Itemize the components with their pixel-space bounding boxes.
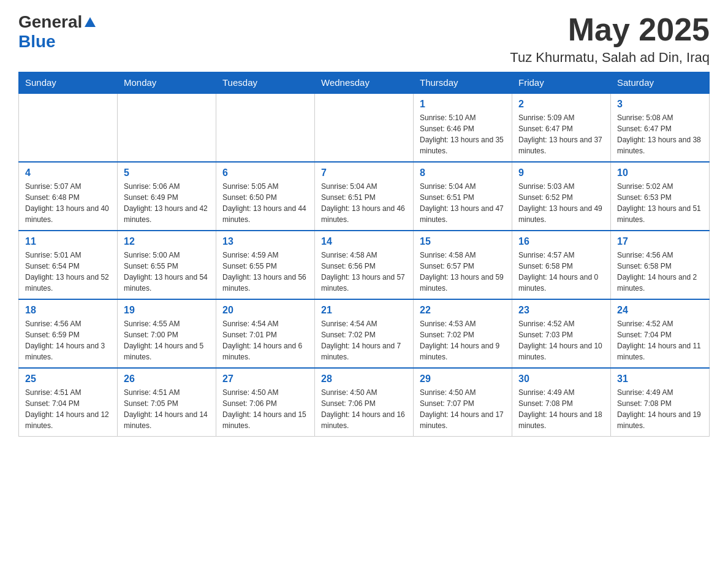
calendar-cell: 3Sunrise: 5:08 AM Sunset: 6:47 PM Daylig… bbox=[611, 93, 710, 162]
calendar-cell: 18Sunrise: 4:56 AM Sunset: 6:59 PM Dayli… bbox=[19, 299, 118, 368]
day-number: 24 bbox=[617, 305, 703, 316]
day-info: Sunrise: 4:51 AM Sunset: 7:04 PM Dayligh… bbox=[25, 387, 111, 431]
day-number: 16 bbox=[518, 236, 604, 247]
day-info: Sunrise: 4:57 AM Sunset: 6:58 PM Dayligh… bbox=[518, 250, 604, 294]
calendar-cell: 21Sunrise: 4:54 AM Sunset: 7:02 PM Dayli… bbox=[315, 299, 414, 368]
calendar-cell: 17Sunrise: 4:56 AM Sunset: 6:58 PM Dayli… bbox=[611, 231, 710, 299]
calendar-cell: 12Sunrise: 5:00 AM Sunset: 6:55 PM Dayli… bbox=[118, 231, 216, 299]
month-title: May 2025 bbox=[510, 12, 710, 47]
column-header-wednesday: Wednesday bbox=[315, 72, 414, 94]
title-block: May 2025 Tuz Khurmatu, Salah ad Din, Ira… bbox=[510, 12, 710, 66]
day-info: Sunrise: 4:58 AM Sunset: 6:57 PM Dayligh… bbox=[420, 250, 506, 294]
day-info: Sunrise: 4:52 AM Sunset: 7:03 PM Dayligh… bbox=[518, 318, 604, 362]
logo-triangle-icon bbox=[83, 16, 97, 29]
day-number: 21 bbox=[321, 305, 407, 316]
calendar-week-row: 11Sunrise: 5:01 AM Sunset: 6:54 PM Dayli… bbox=[19, 231, 710, 299]
day-info: Sunrise: 4:52 AM Sunset: 7:04 PM Dayligh… bbox=[617, 318, 703, 362]
calendar-cell: 26Sunrise: 4:51 AM Sunset: 7:05 PM Dayli… bbox=[118, 368, 216, 437]
day-number: 13 bbox=[222, 236, 308, 247]
day-info: Sunrise: 5:03 AM Sunset: 6:52 PM Dayligh… bbox=[518, 181, 604, 225]
calendar-cell: 8Sunrise: 5:04 AM Sunset: 6:51 PM Daylig… bbox=[414, 162, 512, 231]
day-info: Sunrise: 5:00 AM Sunset: 6:55 PM Dayligh… bbox=[124, 250, 210, 294]
calendar-cell: 16Sunrise: 4:57 AM Sunset: 6:58 PM Dayli… bbox=[512, 231, 611, 299]
calendar-cell: 2Sunrise: 5:09 AM Sunset: 6:47 PM Daylig… bbox=[512, 93, 611, 162]
calendar-cell: 22Sunrise: 4:53 AM Sunset: 7:02 PM Dayli… bbox=[414, 299, 512, 368]
calendar-cell: 28Sunrise: 4:50 AM Sunset: 7:06 PM Dayli… bbox=[315, 368, 414, 437]
day-info: Sunrise: 5:02 AM Sunset: 6:53 PM Dayligh… bbox=[617, 181, 703, 225]
calendar-cell: 11Sunrise: 5:01 AM Sunset: 6:54 PM Dayli… bbox=[19, 231, 118, 299]
day-info: Sunrise: 4:50 AM Sunset: 7:06 PM Dayligh… bbox=[222, 387, 308, 431]
day-number: 9 bbox=[518, 167, 604, 178]
location-title: Tuz Khurmatu, Salah ad Din, Iraq bbox=[510, 50, 710, 66]
day-info: Sunrise: 5:01 AM Sunset: 6:54 PM Dayligh… bbox=[25, 250, 111, 294]
calendar-cell bbox=[216, 93, 315, 162]
day-info: Sunrise: 4:50 AM Sunset: 7:07 PM Dayligh… bbox=[420, 387, 506, 431]
day-info: Sunrise: 5:06 AM Sunset: 6:49 PM Dayligh… bbox=[124, 181, 210, 225]
day-number: 23 bbox=[518, 305, 604, 316]
calendar-cell bbox=[315, 93, 414, 162]
day-info: Sunrise: 4:54 AM Sunset: 7:01 PM Dayligh… bbox=[222, 318, 308, 362]
day-number: 19 bbox=[124, 305, 210, 316]
day-number: 1 bbox=[420, 99, 506, 110]
day-number: 22 bbox=[420, 305, 506, 316]
column-header-saturday: Saturday bbox=[611, 72, 710, 94]
day-number: 3 bbox=[617, 99, 703, 110]
calendar-cell: 5Sunrise: 5:06 AM Sunset: 6:49 PM Daylig… bbox=[118, 162, 216, 231]
day-info: Sunrise: 4:50 AM Sunset: 7:06 PM Dayligh… bbox=[321, 387, 407, 431]
calendar-cell bbox=[118, 93, 216, 162]
day-info: Sunrise: 5:07 AM Sunset: 6:48 PM Dayligh… bbox=[25, 181, 111, 225]
calendar-table: SundayMondayTuesdayWednesdayThursdayFrid… bbox=[18, 72, 710, 437]
calendar-cell: 19Sunrise: 4:55 AM Sunset: 7:00 PM Dayli… bbox=[118, 299, 216, 368]
calendar-header-row: SundayMondayTuesdayWednesdayThursdayFrid… bbox=[19, 72, 710, 94]
calendar-cell: 15Sunrise: 4:58 AM Sunset: 6:57 PM Dayli… bbox=[414, 231, 512, 299]
day-number: 18 bbox=[25, 305, 111, 316]
day-info: Sunrise: 5:05 AM Sunset: 6:50 PM Dayligh… bbox=[222, 181, 308, 225]
day-info: Sunrise: 5:10 AM Sunset: 6:46 PM Dayligh… bbox=[420, 112, 506, 156]
day-number: 12 bbox=[124, 236, 210, 247]
calendar-cell: 6Sunrise: 5:05 AM Sunset: 6:50 PM Daylig… bbox=[216, 162, 315, 231]
calendar-cell: 14Sunrise: 4:58 AM Sunset: 6:56 PM Dayli… bbox=[315, 231, 414, 299]
calendar-cell: 7Sunrise: 5:04 AM Sunset: 6:51 PM Daylig… bbox=[315, 162, 414, 231]
day-info: Sunrise: 4:49 AM Sunset: 7:08 PM Dayligh… bbox=[518, 387, 604, 431]
day-info: Sunrise: 4:56 AM Sunset: 6:58 PM Dayligh… bbox=[617, 250, 703, 294]
calendar-cell: 24Sunrise: 4:52 AM Sunset: 7:04 PM Dayli… bbox=[611, 299, 710, 368]
column-header-thursday: Thursday bbox=[414, 72, 512, 94]
calendar-cell: 9Sunrise: 5:03 AM Sunset: 6:52 PM Daylig… bbox=[512, 162, 611, 231]
day-info: Sunrise: 4:49 AM Sunset: 7:08 PM Dayligh… bbox=[617, 387, 703, 431]
day-number: 15 bbox=[420, 236, 506, 247]
calendar-week-row: 4Sunrise: 5:07 AM Sunset: 6:48 PM Daylig… bbox=[19, 162, 710, 231]
day-number: 31 bbox=[617, 373, 703, 385]
day-info: Sunrise: 5:04 AM Sunset: 6:51 PM Dayligh… bbox=[321, 181, 407, 225]
column-header-friday: Friday bbox=[512, 72, 611, 94]
calendar-cell: 29Sunrise: 4:50 AM Sunset: 7:07 PM Dayli… bbox=[414, 368, 512, 437]
day-number: 17 bbox=[617, 236, 703, 247]
calendar-cell: 4Sunrise: 5:07 AM Sunset: 6:48 PM Daylig… bbox=[19, 162, 118, 231]
day-number: 30 bbox=[518, 373, 604, 385]
calendar-cell: 1Sunrise: 5:10 AM Sunset: 6:46 PM Daylig… bbox=[414, 93, 512, 162]
day-info: Sunrise: 4:55 AM Sunset: 7:00 PM Dayligh… bbox=[124, 318, 210, 362]
day-info: Sunrise: 4:54 AM Sunset: 7:02 PM Dayligh… bbox=[321, 318, 407, 362]
calendar-cell: 31Sunrise: 4:49 AM Sunset: 7:08 PM Dayli… bbox=[611, 368, 710, 437]
day-number: 5 bbox=[124, 167, 210, 178]
day-number: 25 bbox=[25, 373, 111, 385]
calendar-cell: 23Sunrise: 4:52 AM Sunset: 7:03 PM Dayli… bbox=[512, 299, 611, 368]
day-number: 27 bbox=[222, 373, 308, 385]
day-info: Sunrise: 4:51 AM Sunset: 7:05 PM Dayligh… bbox=[124, 387, 210, 431]
day-number: 29 bbox=[420, 373, 506, 385]
calendar-cell: 20Sunrise: 4:54 AM Sunset: 7:01 PM Dayli… bbox=[216, 299, 315, 368]
day-number: 26 bbox=[124, 373, 210, 385]
calendar-cell: 27Sunrise: 4:50 AM Sunset: 7:06 PM Dayli… bbox=[216, 368, 315, 437]
day-number: 2 bbox=[518, 99, 604, 110]
column-header-sunday: Sunday bbox=[19, 72, 118, 94]
day-info: Sunrise: 4:56 AM Sunset: 6:59 PM Dayligh… bbox=[25, 318, 111, 362]
day-number: 11 bbox=[25, 236, 111, 247]
day-info: Sunrise: 5:09 AM Sunset: 6:47 PM Dayligh… bbox=[518, 112, 604, 156]
day-info: Sunrise: 5:08 AM Sunset: 6:47 PM Dayligh… bbox=[617, 112, 703, 156]
calendar-cell: 25Sunrise: 4:51 AM Sunset: 7:04 PM Dayli… bbox=[19, 368, 118, 437]
day-number: 28 bbox=[321, 373, 407, 385]
day-number: 20 bbox=[222, 305, 308, 316]
day-number: 6 bbox=[222, 167, 308, 178]
calendar-cell: 13Sunrise: 4:59 AM Sunset: 6:55 PM Dayli… bbox=[216, 231, 315, 299]
day-info: Sunrise: 4:58 AM Sunset: 6:56 PM Dayligh… bbox=[321, 250, 407, 294]
day-info: Sunrise: 4:59 AM Sunset: 6:55 PM Dayligh… bbox=[222, 250, 308, 294]
